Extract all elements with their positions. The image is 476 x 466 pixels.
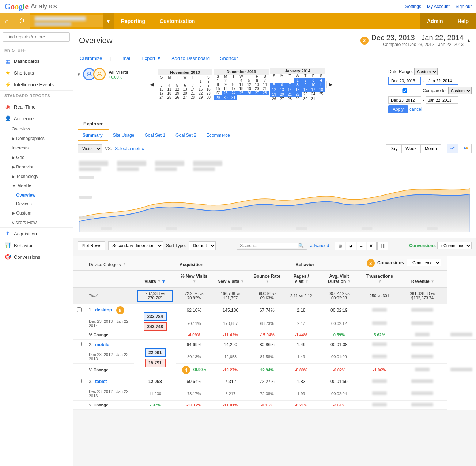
nav-tab-customization[interactable]: Customization [152, 13, 202, 29]
apply-button[interactable]: Apply [388, 105, 408, 113]
avg-visit-help-icon[interactable]: ? [348, 280, 350, 284]
add-to-dashboard-button[interactable]: Add to Dashboard [169, 54, 212, 62]
sidebar-item-behavior[interactable]: 📊 Behavior [0, 239, 73, 251]
compare-type-select[interactable]: Custom [448, 87, 472, 94]
tab-ecommerce[interactable]: Ecommerce [201, 130, 235, 141]
device-category-help-icon[interactable]: ? [123, 263, 125, 267]
calendar-next-button[interactable]: ▶ [326, 81, 335, 88]
sidebar-sub-interests[interactable]: Interests [0, 143, 73, 153]
compare-checkbox[interactable] [388, 88, 421, 93]
tab-summary[interactable]: Summary [78, 130, 108, 141]
sidebar-sub-demographics[interactable]: ▶ Demographics [0, 134, 73, 143]
date-to-input[interactable] [426, 77, 458, 85]
mobile-device-name[interactable]: mobile [95, 342, 109, 347]
account-dropdown-button[interactable]: ▼ [103, 13, 114, 29]
tab-explorer[interactable]: Explorer [78, 118, 109, 130]
sidebar-sub-behavior[interactable]: ▶ Behavior [0, 162, 73, 172]
tablet-pct-change-label: % Change [85, 401, 134, 410]
line-chart-button[interactable] [447, 144, 458, 153]
date-range-type-select[interactable]: Custom [414, 68, 438, 75]
grid-view-button[interactable]: ▦ [335, 242, 345, 250]
sidebar-subsub-mobile-devices[interactable]: Devices [0, 200, 73, 208]
sidebar-item-conversions[interactable]: 🎯 Conversions [0, 251, 73, 263]
compare-from-input[interactable] [388, 96, 421, 104]
pie-view-button[interactable]: ◕ [346, 242, 356, 250]
select-metric-link[interactable]: Select a metric [115, 146, 144, 151]
revenue-help-icon[interactable]: ? [431, 280, 434, 284]
tab-goal-set-1[interactable]: Goal Set 1 [139, 130, 170, 141]
sort-arrow[interactable]: ▼ [162, 279, 166, 284]
cancel-link[interactable]: cancel [409, 107, 422, 112]
home-button[interactable]: ⌂ [0, 13, 14, 29]
settings-link[interactable]: Settings [405, 4, 421, 9]
mobile-checkbox[interactable] [73, 340, 85, 350]
sidebar-subsub-mobile-overview[interactable]: Overview [0, 191, 73, 200]
sidebar-sub-technology[interactable]: ▶ Technology [0, 172, 73, 181]
new-visits-help-icon[interactable]: ? [241, 280, 243, 284]
bounce-help-icon[interactable]: ? [266, 280, 268, 284]
sidebar-item-shortcuts[interactable]: ★ Shortcuts [0, 67, 73, 79]
conversions-ecommerce-select[interactable]: eCommerce [407, 259, 441, 266]
export-button[interactable]: Export ▼ [139, 54, 163, 62]
clock-button[interactable]: ⏱ [14, 13, 30, 29]
sidebar-sub-mobile[interactable]: ▼ Mobile [0, 181, 73, 191]
sign-out-link[interactable]: Sign out [456, 4, 472, 9]
sidebar-item-acquisition[interactable]: ⬆ Acquisition [0, 228, 73, 239]
plot-rows-button[interactable]: Plot Rows [78, 241, 105, 250]
tab-goal-set-2[interactable]: Goal Set 2 [170, 130, 201, 141]
nav-tab-reporting[interactable]: Reporting [114, 13, 152, 29]
transactions-help-icon[interactable]: ? [379, 280, 381, 284]
totals-transactions: 250 vs 301 [361, 287, 398, 304]
table-row: 3. tablet 12,058 60.64% 7,312 72.27% 1.8… [73, 376, 476, 387]
mobile-pct-change-label: % Change [85, 364, 134, 376]
month-button[interactable]: Month [421, 144, 441, 153]
sidebar-item-audience[interactable]: 👤 Audience [0, 113, 73, 124]
secondary-dimension-select[interactable]: Secondary dimension [108, 241, 163, 250]
primary-metric-select[interactable]: Visits [78, 144, 102, 153]
standard-reports-title: STANDARD REPORTS [0, 91, 73, 101]
data-table: Device Category ? Acquisition Behavior 3… [73, 256, 476, 410]
sidebar-sub-visitors-flow[interactable]: Visitors Flow [0, 218, 73, 227]
sidebar-item-realtime[interactable]: ◉ Real-Time [0, 101, 73, 113]
customize-button[interactable]: Customize [78, 54, 104, 62]
tablet-checkbox[interactable] [73, 376, 85, 387]
nov-grid: SMTWTFS 12 3456789 10111213141516 171819… [158, 75, 212, 99]
pct-new-help-icon[interactable]: ? [193, 280, 196, 284]
sidebar-item-intelligence[interactable]: ⚡ Intelligence Events [0, 79, 73, 90]
sidebar-sub-geo[interactable]: ▶ Geo [0, 153, 73, 162]
scrollbar-up[interactable]: ▲ [466, 38, 470, 43]
account-selector[interactable] [30, 15, 103, 27]
comparison-view-button[interactable]: ∥∥ [377, 242, 388, 250]
date-from-input[interactable] [388, 77, 421, 85]
compare-to-input[interactable] [426, 96, 458, 104]
tab-site-usage[interactable]: Site Usage [108, 130, 140, 141]
device-name[interactable]: desktop [95, 307, 112, 312]
visits-help-icon[interactable]: ? [158, 280, 160, 284]
sidebar-sub-custom[interactable]: ▶ Custom [0, 208, 73, 218]
segment-expand-button[interactable]: ▾ [78, 72, 80, 77]
sort-type-select[interactable]: Default [189, 241, 216, 250]
sidebar-item-dashboards[interactable]: ▦ Dashboards [0, 55, 73, 67]
help-button[interactable]: Help [450, 13, 476, 29]
admin-button[interactable]: Admin [420, 13, 450, 29]
area-chart-button[interactable] [460, 144, 472, 153]
advanced-link[interactable]: advanced [310, 243, 329, 248]
shortcut-button[interactable]: Shortcut [218, 54, 240, 62]
sidebar-sub-overview[interactable]: Overview [0, 124, 73, 134]
email-button[interactable]: Email [117, 54, 134, 62]
tablet-device-name[interactable]: tablet [95, 379, 107, 384]
week-button[interactable]: Week [401, 144, 420, 153]
table-search-input[interactable] [240, 243, 298, 248]
search-input[interactable] [3, 32, 70, 42]
pivot-view-button[interactable]: ⊞ [367, 242, 377, 250]
calendar-prev-button[interactable]: ◀ [148, 81, 156, 88]
bar-view-button[interactable]: ≡ [357, 242, 366, 250]
realtime-icon: ◉ [4, 103, 11, 110]
mobile-revenue-1 [398, 340, 447, 350]
my-account-link[interactable]: My Account [427, 4, 450, 9]
row-checkbox[interactable] [73, 304, 85, 317]
sort-type-label: Sort Type: [166, 243, 186, 248]
ecommerce-select[interactable]: eCommerce [437, 242, 472, 249]
pages-help-icon[interactable]: ? [306, 280, 308, 284]
day-button[interactable]: Day [386, 144, 401, 153]
